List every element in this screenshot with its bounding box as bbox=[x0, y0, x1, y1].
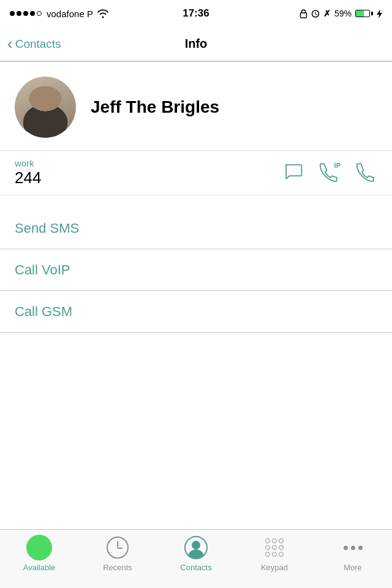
svg-marker-2 bbox=[377, 9, 382, 18]
tab-more[interactable]: More bbox=[314, 535, 392, 572]
tab-keypad[interactable]: Keypad bbox=[235, 535, 314, 572]
battery-fill bbox=[356, 10, 364, 17]
nav-bar: ‹ Contacts Info bbox=[0, 27, 392, 61]
more-icon bbox=[340, 535, 366, 560]
available-dot bbox=[26, 535, 52, 560]
wifi-icon bbox=[97, 9, 109, 18]
signal-dot-4 bbox=[30, 11, 35, 16]
voip-label: IP bbox=[334, 162, 341, 169]
lock-icon bbox=[300, 9, 307, 18]
tab-bar: Available Recents Contacts bbox=[0, 529, 392, 588]
alarm-icon bbox=[311, 9, 320, 18]
keypad-grid bbox=[265, 538, 284, 557]
status-time: 17:36 bbox=[183, 7, 209, 20]
call-gsm-label: Call GSM bbox=[15, 304, 72, 320]
phone-section: work 244 IP bbox=[0, 151, 392, 195]
tab-recents-label: Recents bbox=[103, 563, 132, 572]
send-sms-row[interactable]: Send SMS bbox=[0, 208, 392, 249]
tab-more-label: More bbox=[344, 563, 362, 572]
page-title: Info bbox=[185, 37, 208, 51]
tab-available-label: Available bbox=[23, 563, 56, 572]
tab-keypad-label: Keypad bbox=[261, 563, 288, 572]
contact-name: Jeff The Brigles bbox=[91, 97, 219, 118]
more-dots bbox=[344, 546, 363, 550]
battery-icon bbox=[355, 10, 373, 17]
person-body bbox=[188, 549, 204, 559]
signal-dot-2 bbox=[17, 11, 21, 16]
contact-header: Jeff The Brigles bbox=[0, 62, 392, 150]
back-label: Contacts bbox=[15, 37, 61, 51]
contacts-icon bbox=[183, 535, 209, 560]
signal-strength bbox=[10, 11, 42, 16]
chevron-left-icon: ‹ bbox=[7, 36, 13, 51]
phone-actions: IP bbox=[282, 160, 377, 185]
svg-rect-0 bbox=[300, 13, 306, 18]
voip-icon-button[interactable]: IP bbox=[318, 160, 341, 185]
person-icon bbox=[184, 536, 208, 559]
status-right: ✗ 59% bbox=[300, 9, 382, 18]
bluetooth-icon: ✗ bbox=[323, 9, 331, 18]
signal-dot-1 bbox=[10, 11, 15, 16]
battery-tip bbox=[371, 12, 373, 15]
call-voip-row[interactable]: Call VoIP bbox=[0, 249, 392, 291]
status-bar: vodafone P 17:36 ✗ 59% bbox=[0, 0, 392, 27]
call-gsm-row[interactable]: Call GSM bbox=[0, 291, 392, 333]
back-button[interactable]: ‹ Contacts bbox=[7, 37, 61, 51]
action-list: Send SMS Call VoIP Call GSM bbox=[0, 208, 392, 333]
keypad-icon bbox=[262, 535, 287, 560]
sms-icon-button[interactable] bbox=[282, 160, 304, 185]
carrier-label: vodafone P bbox=[47, 9, 93, 19]
tab-recents[interactable]: Recents bbox=[78, 535, 157, 572]
send-sms-label: Send SMS bbox=[15, 221, 79, 236]
avatar bbox=[15, 77, 76, 138]
tab-contacts-label: Contacts bbox=[180, 563, 211, 572]
clock-icon bbox=[107, 537, 129, 559]
avatar-photo bbox=[15, 77, 76, 138]
available-icon bbox=[26, 535, 52, 560]
call-voip-label: Call VoIP bbox=[15, 262, 70, 278]
charging-icon bbox=[377, 9, 382, 18]
phone-label: work bbox=[15, 158, 41, 168]
phone-number: 244 bbox=[15, 168, 41, 187]
phone-info: work 244 bbox=[15, 158, 41, 187]
tab-available[interactable]: Available bbox=[0, 535, 78, 572]
signal-dot-3 bbox=[23, 11, 28, 16]
gsm-icon-button[interactable] bbox=[355, 160, 377, 185]
signal-dot-5 bbox=[37, 11, 42, 16]
person-head bbox=[192, 541, 200, 549]
status-left: vodafone P bbox=[10, 9, 109, 19]
tab-contacts[interactable]: Contacts bbox=[157, 535, 235, 572]
recents-icon bbox=[105, 535, 130, 560]
battery-percent: 59% bbox=[334, 9, 352, 18]
